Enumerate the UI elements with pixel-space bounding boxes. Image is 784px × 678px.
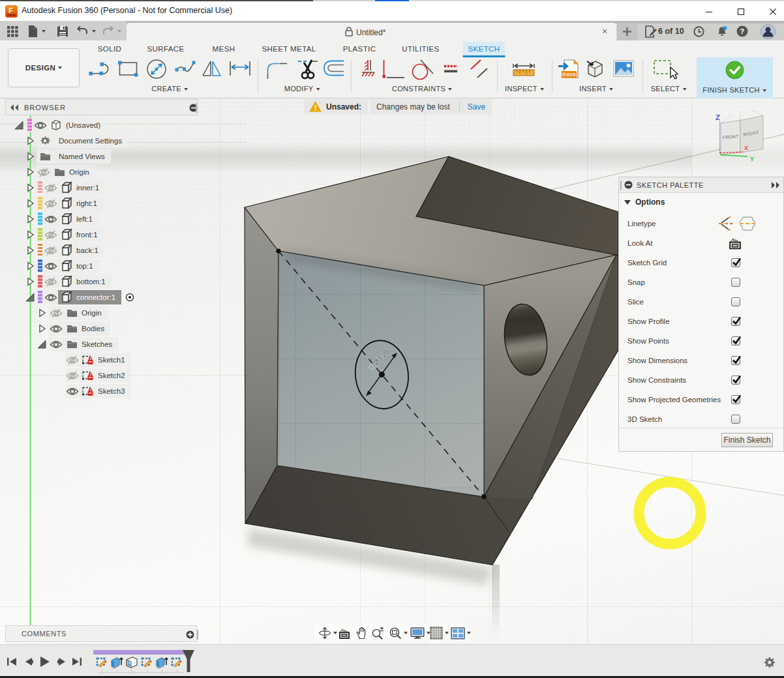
close-button[interactable] (762, 4, 784, 20)
ribbon-tab-plastic[interactable]: PLASTIC (338, 42, 382, 56)
visibility-on-icon[interactable] (44, 293, 57, 302)
tree-item-box[interactable]: front:1 (37, 228, 104, 242)
sketch-dimension-button[interactable] (228, 59, 252, 78)
maximize-button[interactable] (730, 4, 752, 20)
collapse-arrow-icon[interactable] (14, 121, 23, 130)
ribbon-tab-solid[interactable]: SOLID (93, 42, 127, 56)
workspace-selector[interactable]: DESIGN (8, 48, 80, 87)
timeline-feature-extrude[interactable] (110, 656, 123, 669)
expand-arrow-icon[interactable] (25, 230, 35, 239)
visibility-on-icon[interactable] (44, 262, 57, 271)
browser-item-back-1[interactable]: back:1 (0, 243, 104, 258)
timeline-feature-sketch[interactable] (140, 656, 153, 669)
ribbon-tab-surface[interactable]: SURFACE (142, 42, 189, 56)
group-label-create[interactable]: CREATE (151, 85, 188, 93)
timeline-playhead[interactable] (182, 648, 195, 674)
redo-dropdown-arrow[interactable] (115, 23, 123, 40)
user-avatar[interactable] (760, 23, 776, 40)
sketch-palette-header[interactable]: SKETCH PALETTE (619, 177, 783, 193)
file-icon[interactable] (26, 23, 39, 40)
visibility-off-icon[interactable] (44, 246, 57, 256)
checkbox-show-constraints[interactable] (731, 376, 740, 385)
group-label-inspect[interactable]: INSPECT (505, 85, 544, 93)
tree-item-box[interactable]: back:1 (37, 243, 104, 258)
browser-item-right-1[interactable]: right:1 (0, 196, 103, 211)
tab-close-icon[interactable]: × (602, 26, 607, 37)
browser-item-bodies[interactable]: Bodies (0, 321, 110, 336)
file-dropdown-arrow[interactable] (40, 23, 48, 40)
help-icon[interactable]: ? (736, 23, 749, 40)
expand-arrow-icon[interactable] (25, 136, 35, 145)
expand-arrow-icon[interactable] (25, 261, 35, 271)
checkbox-snap[interactable] (731, 278, 740, 287)
comments-bar[interactable]: COMMENTS (5, 625, 197, 642)
undo-dropdown-arrow[interactable] (90, 23, 98, 40)
step-forward-button[interactable] (57, 656, 67, 667)
insert-svg-button[interactable]: SVG (558, 59, 580, 80)
tab-counter-icon[interactable] (643, 23, 657, 40)
activate-component-icon[interactable] (124, 291, 136, 303)
spline-button[interactable] (175, 59, 197, 78)
browser-header[interactable]: BROWSER (5, 99, 198, 115)
play-button[interactable] (39, 656, 51, 668)
insert-mesh-button[interactable] (584, 59, 605, 80)
checkbox-show-points[interactable] (731, 336, 740, 346)
collapse-panel-icon[interactable] (9, 104, 20, 111)
app-grid-icon[interactable] (5, 23, 20, 40)
dropdown-arrow-icon[interactable] (445, 632, 449, 634)
expand-arrow-icon[interactable] (25, 246, 35, 255)
fillet-button[interactable] (265, 59, 288, 81)
expand-arrow-icon[interactable] (25, 199, 35, 208)
look-at-icon[interactable] (729, 237, 742, 250)
visibility-on-icon[interactable] (44, 215, 57, 224)
browser-item-sketch3[interactable]: Sketch3 (0, 384, 131, 398)
browser-item-inner-1[interactable]: inner:1 (0, 181, 105, 195)
grid-display-tool[interactable] (430, 625, 449, 641)
expand-arrow-icon[interactable] (25, 214, 35, 224)
checkbox-slice[interactable] (731, 297, 740, 306)
new-tab-button[interactable] (617, 23, 637, 40)
tree-item-box[interactable]: Sketch2 (65, 368, 131, 383)
visibility-on-icon[interactable] (50, 340, 63, 349)
browser-item-document-settings[interactable]: Document Settings (0, 134, 128, 148)
visibility-on-icon[interactable] (66, 387, 79, 396)
ribbon-tab-sheet-metal[interactable]: SHEET METAL (256, 42, 321, 56)
fit-tool[interactable] (389, 625, 408, 641)
timeline-group-highlight[interactable] (93, 650, 187, 655)
dropdown-arrow-icon[interactable] (404, 632, 408, 634)
visibility-off-icon[interactable] (44, 230, 57, 240)
comments-grip[interactable] (197, 630, 198, 640)
zoom-tool[interactable] (371, 625, 384, 641)
step-back-button[interactable] (23, 656, 34, 667)
palette-grip[interactable] (620, 181, 622, 190)
expand-arrow-icon[interactable] (25, 183, 35, 192)
group-label-constraints[interactable]: CONSTRAINTS (392, 85, 452, 93)
ribbon-tab-sketch[interactable]: SKETCH (462, 42, 505, 57)
browser-item--unsaved-[interactable]: (Unsaved) (0, 118, 106, 132)
rectangle-button[interactable] (117, 59, 138, 78)
select-button[interactable] (653, 59, 679, 80)
look-at-tool[interactable] (339, 625, 350, 641)
ribbon-tab-mesh[interactable]: MESH (207, 42, 241, 56)
browser-item-sketches[interactable]: Sketches (0, 337, 118, 351)
tree-item-box[interactable]: bottom:1 (37, 274, 112, 289)
display-settings-tool[interactable] (410, 625, 430, 641)
redo-icon[interactable] (102, 23, 116, 40)
tree-item-box[interactable]: Sketches (49, 337, 118, 351)
visibility-off-icon[interactable] (66, 355, 79, 365)
offset-button[interactable] (322, 59, 346, 78)
tree-item-box[interactable]: Sketch1 (65, 353, 131, 367)
checkbox-sketch-grid[interactable] (731, 258, 740, 267)
orbit-tool[interactable] (318, 625, 337, 641)
palette-options-header[interactable]: Options (624, 198, 665, 207)
browser-item-front-1[interactable]: front:1 (0, 228, 104, 242)
trim-button[interactable] (297, 59, 318, 81)
save-icon[interactable] (56, 23, 69, 40)
tree-item-box[interactable]: left:1 (37, 212, 98, 226)
go-to-end-button[interactable] (72, 656, 82, 667)
finish-sketch-palette-button[interactable]: Finish Sketch (721, 433, 773, 447)
tree-item-box[interactable]: inner:1 (37, 181, 105, 195)
palette-expand-icon[interactable] (770, 182, 781, 188)
checkbox-show-profile[interactable] (731, 317, 740, 326)
pan-tool[interactable] (355, 625, 367, 641)
